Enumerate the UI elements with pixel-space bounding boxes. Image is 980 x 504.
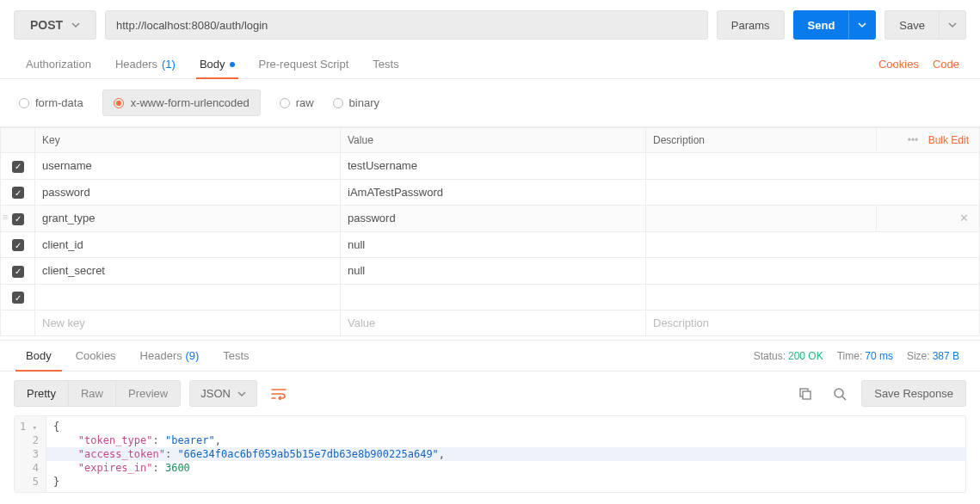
resp-tab-cookies[interactable]: Cookies [64,341,128,371]
col-value: Value [341,128,646,153]
resp-tab-headers[interactable]: Headers (9) [128,341,212,371]
more-icon[interactable]: ••• [904,134,922,146]
table-row: ✓ client_secret null [1,258,980,285]
table-row-new: New key Value Description [1,310,980,336]
response-body[interactable]: 1 ▾2345 { "token_type": "bearer", "acces… [15,416,965,492]
svg-rect-1 [803,391,811,399]
resp-tab-body[interactable]: Body [14,341,64,371]
desc-cell[interactable] [646,231,980,258]
tab-headers[interactable]: Headers (1) [103,50,188,78]
row-checkbox[interactable]: ✓ [12,161,24,173]
radio-binary[interactable]: binary [333,96,379,109]
wrap-lines-button[interactable] [266,381,292,407]
view-preview[interactable]: Preview [115,381,180,406]
chevron-down-icon [71,21,80,29]
table-row: ✓ username testUsername [1,153,980,180]
bulk-edit-link[interactable]: Bulk Edit [925,134,972,146]
radio-urlencoded[interactable]: x-www-form-urlencoded [102,89,261,116]
radio-form-data[interactable]: form-data [19,96,83,109]
row-checkbox[interactable]: ✓ [12,292,24,304]
save-button[interactable]: Save [884,10,939,40]
row-checkbox[interactable]: ✓ [12,266,24,278]
copy-button[interactable] [792,381,818,407]
chevron-down-icon [858,21,866,29]
view-raw[interactable]: Raw [68,381,115,406]
value-cell[interactable]: Value [341,310,646,336]
tab-authorization[interactable]: Authorization [14,50,103,78]
save-response-button[interactable]: Save Response [861,380,966,407]
row-checkbox[interactable]: ✓ [12,213,24,225]
svg-line-3 [842,396,846,400]
desc-cell[interactable] [646,284,980,310]
line-gutter: 1 ▾2345 [15,416,46,492]
value-cell[interactable]: null [341,231,646,258]
key-cell[interactable]: username [35,153,341,180]
col-description: Description [646,128,877,153]
row-checkbox[interactable]: ✓ [12,187,24,199]
body-params-table: Key Value Description ••• Bulk Edit ✓ us… [0,127,980,336]
modified-dot-icon [230,62,235,67]
value-cell[interactable]: testUsername [341,153,646,180]
key-cell[interactable]: client_id [35,231,341,258]
send-button[interactable]: Send [793,10,849,40]
resp-tab-tests[interactable]: Tests [211,341,261,371]
table-row: ✓ [1,284,980,310]
search-icon [833,387,847,401]
close-icon[interactable]: ✕ [956,212,972,224]
table-row: ✓ password iAmATestPassword [1,179,980,206]
send-dropdown-button[interactable] [848,10,876,40]
value-cell[interactable]: iAmATestPassword [341,179,646,206]
search-button[interactable] [827,381,853,407]
save-dropdown-button[interactable] [939,10,966,40]
method-label: POST [30,18,63,32]
wrap-icon [271,388,287,400]
code-link[interactable]: Code [926,50,966,78]
key-cell[interactable]: client_secret [35,258,341,285]
view-pretty[interactable]: Pretty [15,381,68,406]
value-cell[interactable] [341,284,646,310]
status-meta: Status:200 OK [747,350,830,362]
table-row: ✓ client_id null [1,231,980,258]
cookies-link[interactable]: Cookies [872,50,926,78]
key-cell[interactable]: grant_type [35,206,341,232]
method-select[interactable]: POST [14,10,96,40]
desc-cell[interactable] [646,153,980,180]
key-cell[interactable] [35,284,341,310]
params-button[interactable]: Params [717,10,785,40]
value-cell[interactable]: password [341,206,646,232]
chevron-down-icon [237,390,246,398]
size-meta: Size:387 B [900,350,966,362]
desc-cell[interactable]: Description [646,310,980,336]
tab-body[interactable]: Body [188,50,247,78]
key-cell[interactable]: New key [35,310,341,336]
chevron-down-icon [948,21,957,29]
key-cell[interactable]: password [35,179,341,206]
time-meta: Time:70 ms [830,350,900,362]
format-select[interactable]: JSON [189,380,257,407]
copy-icon [798,387,812,401]
desc-cell[interactable] [646,179,980,206]
view-mode-segment: Pretty Raw Preview [14,380,181,407]
radio-raw[interactable]: raw [280,96,314,109]
row-checkbox[interactable]: ✓ [12,239,24,251]
drag-icon[interactable]: ≡ [3,212,8,222]
col-key: Key [35,128,341,153]
tab-prerequest[interactable]: Pre-request Script [247,50,361,78]
desc-cell[interactable] [646,258,980,285]
table-row: ≡✓ grant_type password ✕ [1,206,980,232]
desc-cell[interactable] [646,206,877,232]
url-input[interactable] [105,10,708,40]
value-cell[interactable]: null [341,258,646,285]
tab-tests[interactable]: Tests [361,50,410,78]
svg-point-2 [835,389,843,397]
